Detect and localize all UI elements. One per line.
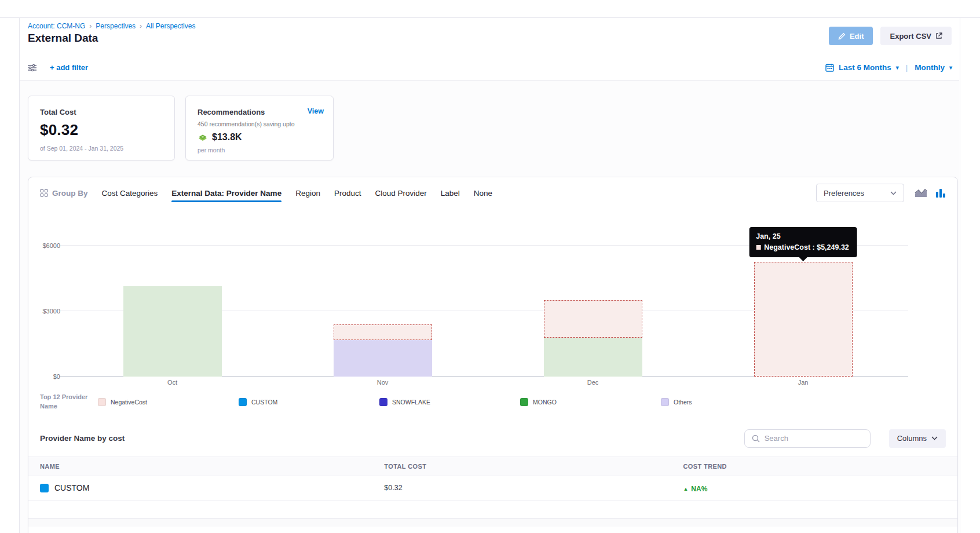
header-total-cost[interactable]: TOTAL COST: [384, 463, 683, 470]
legend-item-negativecost[interactable]: NegativeCost: [98, 398, 239, 406]
content-area: Total Cost $0.32 of Sep 01, 2024 - Jan 3…: [20, 81, 959, 533]
breadcrumb-perspectives[interactable]: Perspectives: [96, 22, 136, 30]
legend-swatch-others: [661, 398, 669, 406]
tab-cost-categories[interactable]: Cost Categories: [102, 189, 158, 198]
granularity-dropdown[interactable]: Monthly: [915, 63, 945, 72]
tab-region[interactable]: Region: [295, 189, 320, 198]
header-cost-trend[interactable]: COST TREND: [683, 463, 946, 470]
total-cost-card: Total Cost $0.32 of Sep 01, 2024 - Jan 3…: [28, 96, 175, 160]
bar-segment-mongo-dec[interactable]: [544, 338, 642, 377]
area-chart-icon[interactable]: [915, 188, 927, 198]
row-name: CUSTOM: [54, 483, 89, 492]
time-controls: Last 6 Months ▾ | Monthly ▾: [825, 63, 959, 72]
recommendations-label: Recommendations: [198, 108, 321, 116]
x-axis-label-nov: Nov: [277, 379, 488, 386]
search-box[interactable]: [744, 429, 871, 448]
tab-none[interactable]: None: [474, 189, 492, 198]
bar-slot-dec[interactable]: [488, 246, 698, 377]
breadcrumb-account[interactable]: Account: CCM-NG: [28, 22, 85, 30]
chevron-down-icon[interactable]: ▾: [949, 64, 952, 71]
x-axis-labels: OctNovDecJan: [67, 379, 908, 386]
bar-segment-negativecost-jan[interactable]: [754, 262, 853, 377]
search-icon: [752, 435, 760, 443]
y-axis-label-3000: $3000: [42, 308, 60, 315]
row-total-cost: $0.32: [384, 484, 683, 492]
bottom-band: [28, 519, 957, 527]
legend-item-custom[interactable]: CUSTOM: [239, 398, 379, 406]
time-range-dropdown[interactable]: Last 6 Months: [839, 63, 891, 72]
tab-product[interactable]: Product: [334, 189, 361, 198]
add-filter-button[interactable]: + add filter: [50, 63, 88, 72]
table-toolbar: Provider Name by cost Columns: [40, 429, 946, 448]
x-axis-label-dec: Dec: [488, 379, 698, 386]
bar-segment-negativecost-dec[interactable]: [544, 300, 642, 338]
total-cost-label: Total Cost: [40, 108, 163, 116]
table-row[interactable]: CUSTOM $0.32 ▲ NA%: [28, 476, 957, 501]
tab-label[interactable]: Label: [441, 189, 460, 198]
breadcrumb-all-perspectives[interactable]: All Perspectives: [146, 22, 195, 30]
legend-swatch-snowflake: [379, 398, 387, 406]
group-by-label: Group By: [40, 189, 88, 198]
recommendations-cadence: per month: [198, 147, 321, 154]
table-title: Provider Name by cost: [40, 434, 125, 443]
export-csv-button[interactable]: Export CSV: [880, 27, 952, 45]
legend-swatch-negativecost: [98, 398, 106, 406]
chevron-down-icon: [890, 191, 897, 195]
chart-legend: Top 12 Provider Name NegativeCost CUSTOM…: [40, 393, 946, 411]
x-axis-label-jan: Jan: [698, 379, 908, 386]
legend-swatch-mongo: [520, 398, 528, 406]
row-cost-trend: ▲ NA%: [683, 485, 707, 493]
row-series-swatch: [40, 484, 49, 492]
header-name[interactable]: NAME: [40, 463, 384, 470]
stacked-bar-chart: $0$3000$6000 Jan, 25 NegativeCost : $5,2…: [67, 220, 908, 377]
view-recommendations-link[interactable]: View: [308, 107, 324, 115]
legend-swatch-custom: [239, 398, 247, 406]
breadcrumb: Account: CCM-NG › Perspectives › All Per…: [28, 22, 195, 30]
legend-item-snowflake[interactable]: SNOWFLAKE: [379, 398, 520, 406]
tooltip-value: NegativeCost : $5,249.32: [764, 243, 849, 251]
breadcrumb-chevron-icon: ›: [89, 22, 92, 30]
tooltip-series-marker: [756, 245, 760, 250]
total-cost-period: of Sep 01, 2024 - Jan 31, 2025: [40, 145, 163, 152]
columns-button[interactable]: Columns: [889, 429, 946, 448]
filter-bar: + add filter Last 6 Months ▾ | Monthly ▾: [20, 55, 959, 81]
legend-title: Top 12 Provider Name: [40, 393, 98, 411]
right-frame-border: [960, 17, 960, 533]
trend-up-icon: ▲: [683, 486, 688, 492]
x-axis-label-oct: Oct: [67, 379, 277, 386]
bar-segment-negativecost-nov[interactable]: [334, 324, 432, 340]
y-axis-label-0: $0: [53, 373, 60, 380]
grid-icon: [40, 189, 48, 197]
bar-chart-icon[interactable]: [935, 188, 946, 198]
recommendations-summary: 450 recommendation(s) saving upto: [198, 121, 321, 127]
filter-sliders-icon[interactable]: [27, 64, 37, 72]
tooltip-title: Jan, 25: [756, 232, 849, 240]
legend-item-mongo[interactable]: MONGO: [520, 398, 661, 406]
bar-slot-nov[interactable]: [277, 246, 488, 377]
bar-slot-jan[interactable]: [698, 246, 908, 377]
group-by-row: Group By Cost Categories External Data: …: [28, 177, 957, 209]
y-axis-label-6000: $6000: [42, 242, 60, 249]
preferences-dropdown[interactable]: Preferences: [816, 184, 904, 202]
page-title: External Data: [28, 32, 98, 45]
total-cost-value: $0.32: [40, 121, 163, 139]
tab-cloud-provider[interactable]: Cloud Provider: [375, 189, 426, 198]
perspective-page: Account: CCM-NG › Perspectives › All Per…: [0, 0, 980, 533]
search-input[interactable]: [765, 434, 863, 443]
page-header: Account: CCM-NG › Perspectives › All Per…: [20, 18, 959, 55]
bar-slot-oct[interactable]: [67, 246, 277, 377]
breadcrumb-chevron-icon: ›: [140, 22, 142, 30]
chevron-down-icon[interactable]: ▾: [896, 64, 899, 71]
bar-segment-snowflake-nov[interactable]: [334, 340, 432, 377]
header-actions: Edit Export CSV: [829, 27, 952, 45]
recommendations-amount: $13.8K: [212, 132, 242, 143]
edit-button[interactable]: Edit: [829, 27, 873, 45]
table-header-row: NAME TOTAL COST COST TREND: [28, 457, 957, 476]
chart-table-panel: Group By Cost Categories External Data: …: [28, 177, 958, 533]
bar-segment-mongo-oct[interactable]: [123, 286, 222, 377]
recommendations-card: Recommendations View 450 recommendation(…: [185, 96, 334, 160]
tab-external-data-provider-name[interactable]: External Data: Provider Name: [171, 189, 281, 198]
chart-tooltip: Jan, 25 NegativeCost : $5,249.32: [749, 227, 857, 257]
legend-item-others[interactable]: Others: [661, 398, 802, 406]
calendar-icon: [825, 63, 834, 72]
